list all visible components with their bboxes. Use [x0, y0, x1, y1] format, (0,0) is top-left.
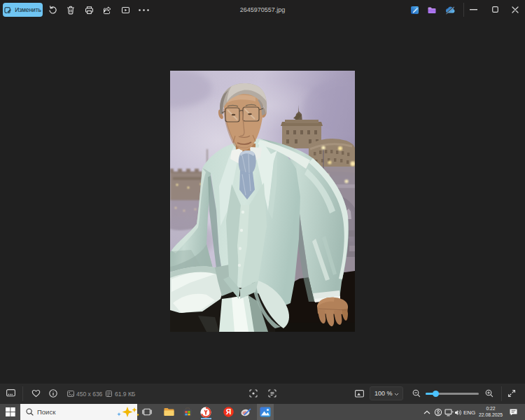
- svg-text:Я: Я: [226, 407, 232, 416]
